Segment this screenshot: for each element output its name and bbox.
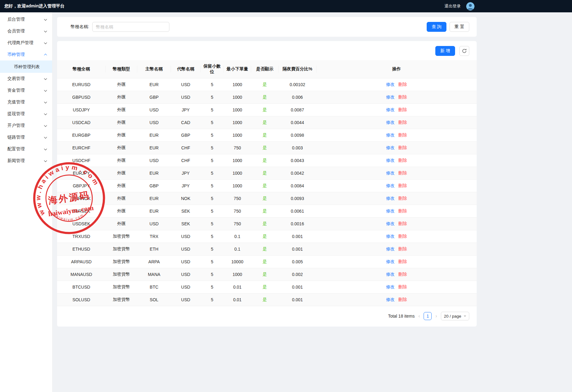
- query-button[interactable]: 查 詢: [427, 22, 446, 32]
- cell-type: 加密貨幣: [106, 281, 137, 294]
- page-size-value: 20 / page: [444, 314, 461, 319]
- chevron-up-icon: [44, 53, 47, 56]
- edit-link[interactable]: 修改: [386, 284, 395, 289]
- edit-link[interactable]: 修改: [386, 132, 395, 137]
- column-header: 保留小數位: [201, 60, 224, 78]
- cell-base_currency: SOL: [137, 294, 171, 306]
- delete-link[interactable]: 刪除: [398, 158, 407, 163]
- edit-link[interactable]: 修改: [386, 221, 395, 226]
- logout-link[interactable]: 退出登录: [445, 3, 461, 9]
- sidebar-item-会员管理[interactable]: 会员管理: [0, 25, 52, 37]
- cell-base_currency: EUR: [137, 129, 171, 142]
- delete-link[interactable]: 刪除: [398, 145, 407, 150]
- cell-min_order: 1000: [224, 104, 251, 116]
- delete-link[interactable]: 刪除: [398, 82, 407, 87]
- sidebar-item-代理商戶管理[interactable]: 代理商戶管理: [0, 37, 52, 49]
- delete-link[interactable]: 刪除: [398, 234, 407, 239]
- page-size-select[interactable]: 20 / page: [441, 312, 469, 320]
- cell-name: MANAUSD: [57, 268, 106, 281]
- total-items: Total 18 items: [388, 314, 415, 319]
- edit-link[interactable]: 修改: [386, 158, 395, 163]
- sidebar-item-开户管理[interactable]: 开户管理: [0, 120, 52, 131]
- sidebar-item-币种管理[interactable]: 币种管理: [0, 49, 52, 60]
- edit-link[interactable]: 修改: [386, 145, 395, 150]
- cell-actions: 修改刪除: [317, 167, 477, 180]
- delete-link[interactable]: 刪除: [398, 132, 407, 137]
- delete-link[interactable]: 刪除: [398, 259, 407, 264]
- chevron-down-icon: [44, 89, 47, 92]
- cell-overnight_fee_pct: 0.002: [279, 268, 317, 281]
- delete-link[interactable]: 刪除: [398, 94, 407, 99]
- sidebar-item-交易管理[interactable]: 交易管理: [0, 73, 52, 85]
- edit-link[interactable]: 修改: [386, 246, 395, 251]
- cell-actions: 修改刪除: [317, 268, 477, 281]
- next-page-button[interactable]: ›: [435, 313, 437, 319]
- sidebar-item-资金管理[interactable]: 资金管理: [0, 85, 52, 96]
- column-header: 操作: [317, 60, 477, 78]
- edit-link[interactable]: 修改: [386, 234, 395, 239]
- delete-link[interactable]: 刪除: [398, 196, 407, 201]
- cell-min_order: 10000: [224, 256, 251, 268]
- edit-link[interactable]: 修改: [386, 107, 395, 112]
- edit-link[interactable]: 修改: [386, 170, 395, 175]
- edit-link[interactable]: 修改: [386, 272, 395, 277]
- sidebar-item-label: 交易管理: [7, 76, 25, 81]
- cell-name: TRXUSD: [57, 230, 106, 243]
- table-panel: 新 增 幣種全稱幣種類型主幣名稱代幣名稱保留小數位最小下單量是否顯示隔夜費百分比…: [57, 41, 477, 327]
- page-number-button[interactable]: 1: [424, 312, 432, 320]
- delete-link[interactable]: 刪除: [398, 120, 407, 125]
- delete-link[interactable]: 刪除: [398, 107, 407, 112]
- cell-actions: 修改刪除: [317, 180, 477, 192]
- chevron-down-icon: [44, 29, 47, 32]
- delete-link[interactable]: 刪除: [398, 297, 407, 302]
- sidebar-item-后台管理[interactable]: 后台管理: [0, 14, 52, 25]
- delete-link[interactable]: 刪除: [398, 208, 407, 213]
- cell-visible: 是: [251, 154, 279, 167]
- sidebar-item-充值管理[interactable]: 充值管理: [0, 96, 52, 108]
- add-button[interactable]: 新 增: [435, 46, 455, 56]
- refresh-icon: [462, 48, 467, 53]
- refresh-button[interactable]: [459, 46, 469, 56]
- edit-link[interactable]: 修改: [386, 297, 395, 302]
- cell-overnight_fee_pct: 0.0098: [279, 129, 317, 142]
- table-row: BTCUSD加密貨幣BTCUSD50.01是0.001修改刪除: [57, 281, 477, 294]
- chevron-down-icon: [44, 112, 47, 115]
- delete-link[interactable]: 刪除: [398, 183, 407, 188]
- cell-actions: 修改刪除: [317, 205, 477, 218]
- sidebar-item-提现管理[interactable]: 提现管理: [0, 108, 52, 120]
- delete-link[interactable]: 刪除: [398, 246, 407, 251]
- cell-overnight_fee_pct: 0.0044: [279, 116, 317, 129]
- edit-link[interactable]: 修改: [386, 183, 395, 188]
- edit-link[interactable]: 修改: [386, 208, 395, 213]
- edit-link[interactable]: 修改: [386, 259, 395, 264]
- reset-button[interactable]: 重 置: [450, 22, 469, 32]
- cell-min_order: 1000: [224, 154, 251, 167]
- delete-link[interactable]: 刪除: [398, 170, 407, 175]
- cell-min_order: 0.01: [224, 294, 251, 306]
- avatar[interactable]: [466, 2, 475, 10]
- delete-link[interactable]: 刪除: [398, 272, 407, 277]
- search-input[interactable]: [92, 22, 169, 32]
- sidebar-item-链路管理[interactable]: 链路管理: [0, 131, 52, 143]
- cell-visible: 是: [251, 205, 279, 218]
- layout: 后台管理会员管理代理商戶管理币种管理币种管理列表交易管理资金管理充值管理提现管理…: [0, 12, 572, 392]
- cell-visible: 是: [251, 142, 279, 154]
- cell-name: GBPUSD: [57, 91, 106, 104]
- cell-visible: 是: [251, 281, 279, 294]
- delete-link[interactable]: 刪除: [398, 221, 407, 226]
- edit-link[interactable]: 修改: [386, 120, 395, 125]
- sidebar-item-配置管理[interactable]: 配置管理: [0, 143, 52, 155]
- sidebar-subitem-币种管理列表[interactable]: 币种管理列表: [0, 60, 52, 73]
- edit-link[interactable]: 修改: [386, 94, 395, 99]
- sidebar-item-label: 链路管理: [7, 135, 25, 140]
- topbar-right: 退出登录: [445, 2, 475, 10]
- cell-type: 加密貨幣: [106, 268, 137, 281]
- edit-link[interactable]: 修改: [386, 82, 395, 87]
- delete-link[interactable]: 刪除: [398, 284, 407, 289]
- cell-actions: 修改刪除: [317, 78, 477, 91]
- edit-link[interactable]: 修改: [386, 196, 395, 201]
- cell-decimals: 5: [201, 230, 224, 243]
- sidebar-item-新闻管理[interactable]: 新闻管理: [0, 155, 52, 167]
- column-header: 主幣名稱: [137, 60, 171, 78]
- prev-page-button[interactable]: ‹: [418, 313, 421, 319]
